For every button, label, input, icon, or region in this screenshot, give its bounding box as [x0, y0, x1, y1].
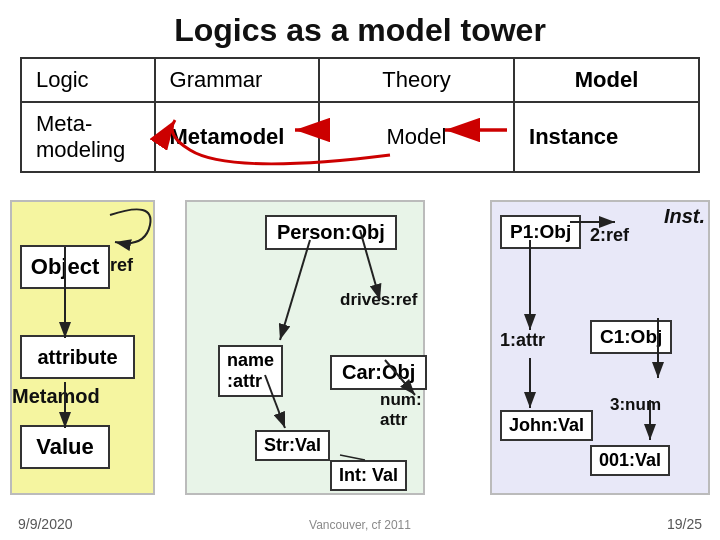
value-label: Value [36, 434, 93, 460]
model-table: Logic Grammar Theory Model Meta-modeling… [20, 57, 700, 173]
john-val: John:Val [500, 410, 593, 441]
num-attr: num:attr [380, 390, 422, 430]
three-num: 3:num [610, 395, 661, 415]
person-obj: Person:Obj [265, 215, 397, 250]
int-val: Int: Val [330, 460, 407, 491]
one-attr: 1:attr [500, 330, 545, 351]
two-ref: 2:ref [590, 225, 629, 246]
page-title: Logics as a model tower [0, 0, 720, 57]
car-obj: Car:Obj [330, 355, 427, 390]
attribute-box: attribute [20, 335, 135, 379]
object-box: Object [20, 245, 110, 289]
cell-metamodeling: Meta-modeling [21, 102, 155, 172]
str-val: Str:Val [255, 430, 330, 461]
drives-ref: drives:ref [340, 290, 417, 310]
inst-label: Inst. [664, 205, 705, 228]
table-row-1: Logic Grammar Theory Model [21, 58, 699, 102]
cell-logic: Logic [21, 58, 155, 102]
cell-theory: Theory [319, 58, 514, 102]
cell-model-arrow: Model [319, 102, 514, 172]
table-row-2: Meta-modeling Metamodel Model Instance [21, 102, 699, 172]
page-num: 19/25 [667, 516, 702, 532]
value-box: Value [20, 425, 110, 469]
date-label: 9/9/2020 [18, 516, 73, 532]
diagram-area: Metamod Object ref attribute Value Perso… [0, 190, 720, 540]
c1-obj: C1:Obj [590, 320, 672, 354]
p1-obj: P1:Obj [500, 215, 581, 249]
val001: 001:Val [590, 445, 670, 476]
cell-metamodel: Metamodel [155, 102, 319, 172]
metamod-label: Metamod [12, 385, 100, 408]
model-text: Model [387, 124, 447, 149]
name-attr: name:attr [218, 345, 283, 397]
ref-label: ref [110, 255, 133, 276]
object-label: Object [31, 254, 99, 280]
credit-label: Vancouver, cf 2011 [309, 518, 411, 532]
cell-grammar: Grammar [155, 58, 319, 102]
attribute-label: attribute [38, 346, 118, 369]
cell-instance: Instance [514, 102, 699, 172]
cell-model: Model [514, 58, 699, 102]
